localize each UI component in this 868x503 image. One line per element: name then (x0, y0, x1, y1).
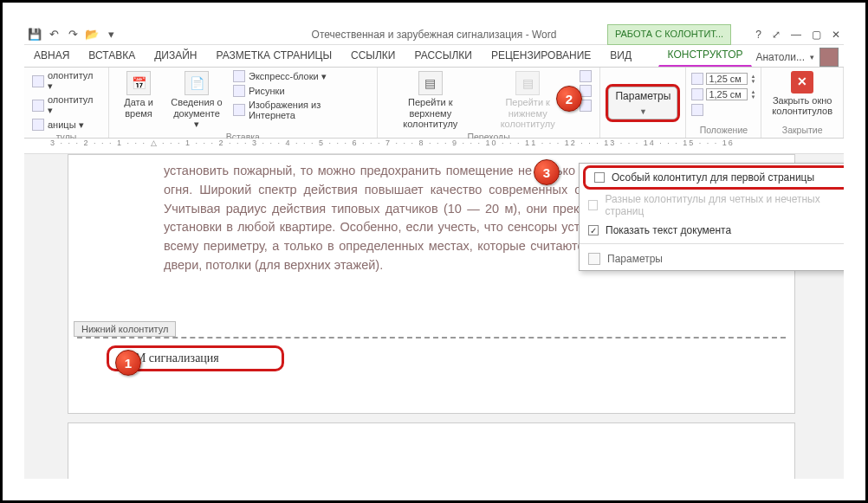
ribbon-tabs: АВНАЯ ВСТАВКА ДИЗАЙН РАЗМЕТКА СТРАНИЦЫ С… (24, 45, 844, 68)
insert-tab-button[interactable] (691, 104, 755, 116)
checkbox-icon[interactable] (594, 172, 605, 183)
header-from-top[interactable]: 1,25 см▲▼ (691, 73, 755, 85)
ruler-top-icon (691, 73, 703, 85)
options-label: Параметры (615, 90, 670, 102)
tab-layout[interactable]: РАЗМЕТКА СТРАНИЦЫ (206, 44, 341, 67)
gear-icon (588, 253, 600, 265)
qat-dropdown-icon[interactable]: ▾ (104, 28, 118, 42)
option-show-document-text[interactable]: ✓ Показать текст документа (580, 221, 844, 240)
group-label: Положение (691, 125, 755, 136)
options-button[interactable]: Параметры ▼ (606, 84, 680, 122)
pagenum-icon (32, 119, 44, 131)
quick-access-toolbar: 💾 ↶ ↷ 📂 ▾ (24, 28, 118, 42)
maximize-icon[interactable]: ▢ (812, 29, 821, 41)
quickparts-icon (233, 70, 245, 82)
footer-zone[interactable]: Нижний колонтитул (68, 337, 794, 413)
group-label: Закрытие (767, 125, 838, 136)
docinfo-icon: 📄 (185, 71, 209, 95)
prev-section-button (577, 69, 594, 83)
redo-icon[interactable]: ↷ (66, 28, 80, 42)
goto-header-button[interactable]: ▤Перейти к верхнему колонтитулу (383, 69, 478, 132)
callout-badge-3: 3 (534, 159, 560, 185)
calendar-icon: 📅 (126, 71, 151, 95)
onlinepics-button[interactable]: Изображения из Интернета (230, 99, 372, 121)
footer-btn[interactable]: олонтитул ▾ (29, 94, 103, 117)
pictures-button[interactable]: Рисунки (230, 84, 372, 98)
word-window: 💾 ↶ ↷ 📂 ▾ Отечественная и зарубежная сиг… (24, 24, 844, 479)
contextual-tab-header: РАБОТА С КОЛОНТИТ... (607, 24, 731, 45)
tab-references[interactable]: ССЫЛКИ (341, 44, 405, 67)
dropdown-footer-label: Параметры (607, 253, 663, 265)
picture-icon (233, 85, 245, 97)
callout-badge-2: 2 (556, 86, 582, 112)
tab-hf-design[interactable]: КОНСТРУКТОР (658, 43, 753, 67)
open-icon[interactable]: 📂 (85, 28, 99, 42)
page-2[interactable]: 2 (68, 422, 795, 479)
tab-icon (691, 104, 703, 116)
minimize-icon[interactable]: — (791, 29, 801, 41)
footer-icon (32, 100, 44, 112)
datetime-button[interactable]: 📅Дата и время (114, 69, 163, 120)
options-dropdown: Особый колонтитул для первой страницы Ра… (579, 163, 844, 271)
close-x-icon: ✕ (791, 71, 813, 94)
tab-view[interactable]: ВИД (600, 44, 641, 67)
horizontal-ruler[interactable]: 3 · · · 2 · · · 1 · · · △ · · · 1 · · · … (24, 139, 844, 154)
tab-mailings[interactable]: РАССЫЛКИ (405, 44, 481, 67)
pagenum-btn[interactable]: аницы ▾ (29, 118, 103, 132)
group-position: 1,25 см▲▼ 1,25 см▲▼ Положение (686, 68, 761, 138)
tab-insert[interactable]: ВСТАВКА (79, 44, 145, 67)
user-name: Анатоли... (755, 51, 805, 63)
header-btn[interactable]: олонтитул ▾ (29, 69, 103, 93)
ribbon-collapse-icon[interactable]: ⤢ (772, 29, 781, 41)
undo-icon[interactable]: ↶ (47, 28, 61, 42)
group-insert: 📅Дата и время 📄Сведения о документе ▾ Эк… (109, 68, 378, 138)
tab-design[interactable]: ДИЗАЙН (145, 44, 206, 67)
group-options: Параметры ▼ (600, 68, 686, 138)
header-icon (32, 75, 44, 87)
close-headerfooter-button[interactable]: ✕ Закрыть окно колонтитулов (767, 69, 838, 118)
tab-review[interactable]: РЕЦЕНЗИРОВАНИЕ (482, 44, 600, 67)
tab-home[interactable]: АВНАЯ (24, 44, 79, 67)
quickparts-button[interactable]: Экспресс-блоки ▾ (230, 69, 372, 83)
chevron-down-icon: ▼ (639, 107, 647, 116)
option-different-odd-even[interactable]: Разные колонтитулы для четных и нечетных… (580, 190, 844, 221)
onlinepic-icon (233, 104, 245, 116)
footer-label-tab: Нижний колонтитул (74, 321, 176, 337)
window-controls: ? ⤢ — ▢ ✕ (755, 29, 840, 41)
close-icon[interactable]: ✕ (832, 29, 840, 41)
dropdown-footer: Параметры (580, 248, 844, 270)
prev-icon (580, 70, 592, 82)
help-icon[interactable]: ? (755, 29, 761, 41)
ribbon: олонтитул ▾ олонтитул ▾ аницы ▾ тулы 📅Да… (24, 68, 844, 139)
ruler-bottom-icon (691, 88, 703, 100)
footer-text-input[interactable] (120, 351, 266, 365)
option-label: Разные колонтитулы для четных и нечетных… (605, 193, 844, 217)
callout-badge-1: 1 (115, 350, 141, 376)
group-headerfooter: олонтитул ▾ олонтитул ▾ аницы ▾ тулы (24, 68, 109, 138)
gotoheader-icon: ▤ (418, 71, 443, 95)
option-different-first-page[interactable]: Особый колонтитул для первой страницы (583, 165, 844, 190)
save-icon[interactable]: 💾 (28, 28, 42, 42)
titlebar: 💾 ↶ ↷ 📂 ▾ Отечественная и зарубежная сиг… (24, 24, 844, 45)
group-close: ✕ Закрыть окно колонтитулов Закрытие (761, 68, 844, 138)
checkbox-checked-icon[interactable]: ✓ (588, 225, 599, 235)
gotofooter-icon: ▤ (515, 71, 540, 95)
avatar (819, 48, 839, 67)
option-label: Показать текст документа (606, 224, 731, 236)
docinfo-button[interactable]: 📄Сведения о документе ▾ (166, 69, 227, 132)
footer-from-bottom[interactable]: 1,25 см▲▼ (691, 88, 755, 100)
user-area[interactable]: Анатоли... ▾ (755, 48, 844, 67)
window-title: Отечественная и зарубежная сигнализация … (312, 29, 557, 41)
checkbox-icon[interactable] (588, 200, 598, 210)
option-label: Особый колонтитул для первой страницы (612, 171, 814, 184)
